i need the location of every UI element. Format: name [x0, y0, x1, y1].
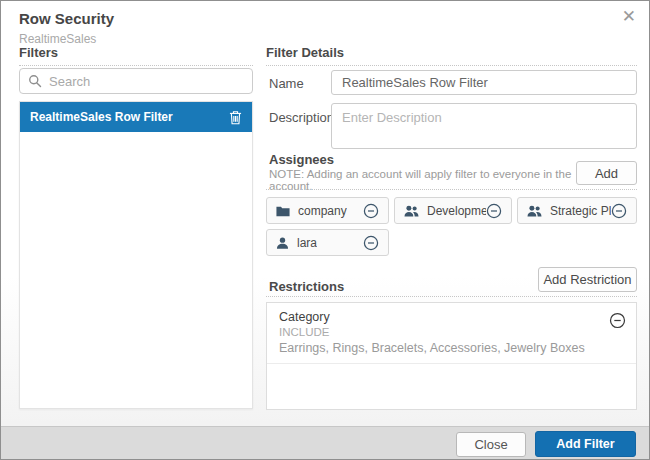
restrictions-heading: Restrictions: [269, 279, 344, 294]
description-label: Description: [269, 110, 334, 125]
close-button[interactable]: Close: [456, 432, 526, 457]
description-input[interactable]: [331, 103, 637, 149]
filter-search: [19, 68, 253, 94]
chip-label: Development: [427, 204, 486, 218]
assignees-separator: [266, 189, 637, 190]
filter-item-label: RealtimeSales Row Filter: [30, 110, 173, 124]
assignee-chip-strategic: Strategic Pla...: [517, 197, 637, 224]
close-icon[interactable]: ✕: [622, 8, 636, 25]
search-input[interactable]: [49, 74, 244, 89]
assignee-chip-company: company: [266, 197, 389, 224]
add-restriction-button[interactable]: Add Restriction: [538, 267, 637, 292]
search-icon: [28, 74, 42, 88]
assignees-heading: Assignees: [269, 152, 334, 167]
trash-icon[interactable]: [229, 110, 242, 125]
restriction-field: Category: [279, 310, 594, 324]
remove-assignee-icon[interactable]: [611, 203, 627, 219]
dialog-subtitle: RealtimeSales: [19, 32, 96, 46]
restriction-values: Earrings, Rings, Bracelets, Accessories,…: [279, 341, 594, 355]
group-icon: [527, 205, 542, 217]
filter-list-item-selected[interactable]: RealtimeSales Row Filter: [20, 102, 252, 132]
chip-label: company: [298, 204, 347, 218]
name-label: Name: [269, 76, 304, 91]
assignee-chips: company Development: [266, 197, 640, 256]
remove-assignee-icon[interactable]: [486, 203, 502, 219]
assignee-chip-lara: lara: [266, 229, 389, 256]
dialog-footer: Close Add Filter: [1, 426, 649, 460]
remove-assignee-icon[interactable]: [363, 235, 379, 251]
assignee-chip-development: Development: [394, 197, 512, 224]
user-icon: [276, 237, 289, 249]
add-assignee-button[interactable]: Add: [576, 161, 637, 185]
filter-list: RealtimeSales Row Filter: [19, 101, 253, 409]
folder-icon: [276, 205, 290, 217]
group-icon: [404, 205, 419, 217]
add-filter-button[interactable]: Add Filter: [535, 431, 636, 457]
chip-label: lara: [297, 236, 317, 250]
restrictions-separator: [266, 296, 637, 297]
restrictions-list: Category INCLUDE Earrings, Rings, Bracel…: [266, 302, 637, 410]
row-security-dialog: Row Security ✕ RealtimeSales Filters Rea…: [0, 0, 650, 460]
remove-restriction-icon[interactable]: [609, 312, 626, 329]
dialog-title: Row Security: [19, 10, 114, 27]
remove-assignee-icon[interactable]: [363, 203, 379, 219]
filters-heading: Filters: [19, 45, 253, 66]
restriction-row: Category INCLUDE Earrings, Rings, Bracel…: [267, 303, 636, 364]
name-input[interactable]: [331, 70, 637, 95]
filter-details-heading: Filter Details: [266, 45, 637, 66]
restriction-operation: INCLUDE: [279, 326, 594, 338]
chip-label: Strategic Pla...: [550, 204, 611, 218]
